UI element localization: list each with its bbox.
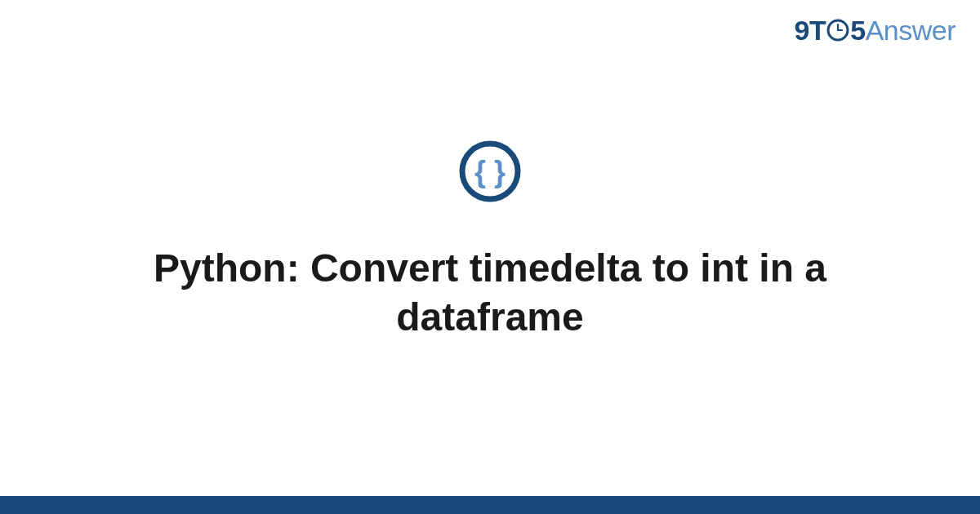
- page-title: Python: Convert timedelta to int in a da…: [82, 244, 898, 342]
- footer-accent-bar: [0, 496, 980, 514]
- main-content: { } Python: Convert timedelta to int in …: [0, 0, 980, 514]
- svg-text:{ }: { }: [474, 155, 506, 188]
- code-braces-icon: { }: [458, 140, 522, 203]
